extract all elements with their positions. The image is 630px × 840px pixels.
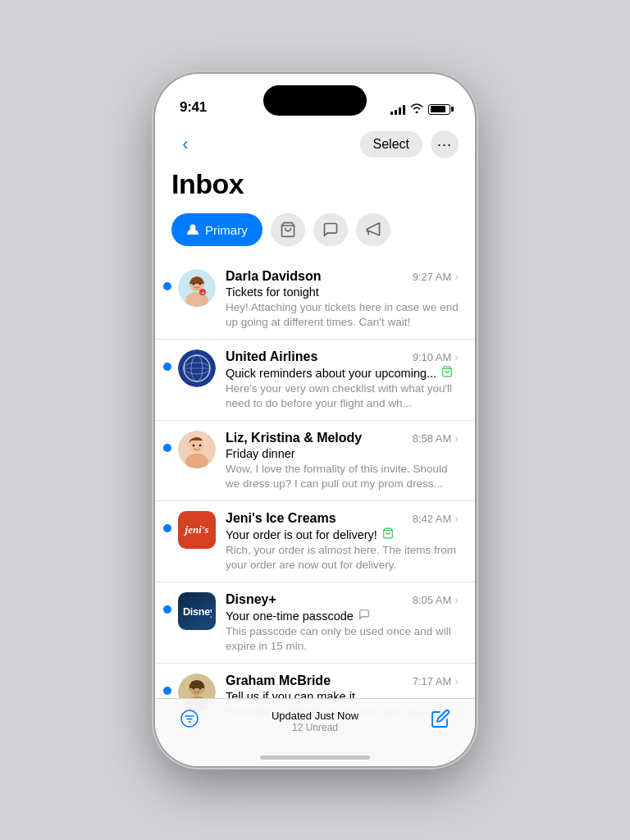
- tab-primary-label: Primary: [205, 223, 248, 237]
- email-subject: Your order is out for delivery!: [226, 527, 459, 541]
- battery-icon: [428, 104, 450, 115]
- chevron-icon: ›: [454, 431, 459, 445]
- svg-text:Disney+: Disney+: [183, 606, 212, 618]
- compose-icon: [431, 709, 450, 728]
- email-item-darla[interactable]: ♥ Darla Davidson 9:27 AM › Tickets for t…: [155, 259, 475, 340]
- chevron-icon: ›: [454, 270, 459, 283]
- email-list: ♥ Darla Davidson 9:27 AM › Tickets for t…: [155, 259, 475, 739]
- cart-badge-icon: [441, 366, 453, 380]
- disney-plus-logo: Disney+: [182, 603, 212, 619]
- phone-frame: 9:41 ‹ Sel: [155, 74, 475, 766]
- sender-name: Graham McBride: [226, 673, 331, 688]
- wifi-icon: [410, 103, 423, 116]
- email-item-jenis[interactable]: jeni's Jeni's Ice Creams 8:42 AM › Your …: [155, 501, 475, 582]
- tab-promotions[interactable]: [356, 213, 390, 246]
- sender-name: Liz, Kristina & Melody: [226, 431, 362, 445]
- signal-bars-icon: [390, 103, 405, 115]
- email-subject: Friday dinner: [226, 447, 459, 460]
- email-preview: Hey! Attaching your tickets here in case…: [226, 300, 459, 329]
- email-body-disney: Disney+ 8:05 AM › Your one-time passcode…: [226, 592, 459, 653]
- signal-bar-4: [403, 105, 405, 115]
- sender-name: Jeni's Ice Creams: [226, 511, 336, 526]
- avatar-united: [178, 349, 216, 387]
- signal-bar-1: [390, 112, 393, 115]
- email-header: Graham McBride 7:17 AM ›: [226, 673, 459, 688]
- toolbar-center: Updated Just Now 12 Unread: [272, 710, 358, 733]
- status-icons: [390, 103, 450, 116]
- email-time: 7:17 AM: [413, 675, 452, 687]
- email-subject: Your one-time passcode: [226, 609, 459, 623]
- inbox-title: Inbox: [155, 165, 475, 213]
- svg-point-7: [199, 283, 202, 285]
- email-subject: Tickets for tonight: [226, 285, 459, 299]
- tab-primary[interactable]: Primary: [171, 213, 262, 246]
- time-row: 8:58 AM ›: [413, 431, 459, 445]
- bottom-toolbar: Updated Just Now 12 Unread: [155, 698, 475, 766]
- chevron-icon: ›: [454, 512, 459, 525]
- email-preview: Wow, I love the formality of this invite…: [226, 462, 459, 491]
- unread-indicator: [163, 363, 171, 371]
- filter-button[interactable]: [180, 709, 199, 733]
- email-header: Liz, Kristina & Melody 8:58 AM ›: [226, 431, 459, 445]
- more-button[interactable]: ···: [431, 130, 459, 158]
- updated-text: Updated Just Now: [272, 710, 358, 722]
- time-row: 8:05 AM ›: [413, 593, 459, 606]
- email-time: 8:58 AM: [413, 432, 452, 445]
- category-tabs: Primary: [155, 213, 475, 259]
- svg-text:♥: ♥: [202, 290, 204, 295]
- status-time: 9:41: [180, 99, 207, 116]
- chevron-icon: ›: [454, 350, 459, 363]
- email-item-united[interactable]: United Airlines 9:10 AM › Quick reminder…: [155, 340, 475, 421]
- email-body-liz: Liz, Kristina & Melody 8:58 AM › Friday …: [226, 431, 459, 491]
- sender-name: Disney+: [226, 592, 276, 607]
- email-time: 8:05 AM: [413, 594, 452, 606]
- unread-indicator: [163, 605, 171, 614]
- email-item-liz[interactable]: Liz, Kristina & Melody 8:58 AM › Friday …: [155, 421, 475, 501]
- home-indicator: [260, 756, 370, 760]
- back-button[interactable]: ‹: [171, 130, 199, 158]
- email-subject: Quick reminders about your upcoming...: [226, 366, 459, 380]
- cart-badge-icon-2: [382, 527, 394, 541]
- email-preview: Rich, your order is almost here. The ite…: [226, 543, 459, 572]
- top-nav: ‹ Select ···: [155, 122, 475, 165]
- avatar-darla: ♥: [178, 269, 216, 307]
- sender-name: Darla Davidson: [226, 269, 321, 284]
- more-dots-icon: ···: [437, 137, 452, 152]
- unread-count-text: 12 Unread: [292, 722, 338, 733]
- time-row: 9:27 AM ›: [413, 270, 459, 283]
- email-time: 9:27 AM: [413, 271, 452, 283]
- email-header: Darla Davidson 9:27 AM ›: [226, 269, 459, 284]
- select-button[interactable]: Select: [360, 131, 422, 158]
- chevron-icon: ›: [454, 593, 459, 606]
- unread-indicator: [163, 687, 171, 695]
- avatar-disney: Disney+: [178, 592, 216, 630]
- svg-point-19: [193, 445, 195, 447]
- dynamic-island: [263, 85, 367, 116]
- email-preview: Here's your very own checklist with what…: [226, 381, 459, 410]
- shopping-cart-icon: [280, 221, 296, 238]
- avatar-jenis: jeni's: [178, 511, 216, 549]
- svg-point-20: [199, 445, 202, 447]
- tab-social[interactable]: [313, 213, 348, 246]
- email-body-jenis: Jeni's Ice Creams 8:42 AM › Your order i…: [226, 511, 459, 572]
- time-row: 7:17 AM ›: [413, 674, 459, 687]
- email-time: 8:42 AM: [413, 513, 452, 525]
- unread-indicator: [163, 282, 171, 290]
- nav-right: Select ···: [360, 130, 459, 158]
- person-icon: [186, 223, 199, 236]
- content-area: ‹ Select ··· Inbox Primary: [155, 122, 475, 766]
- chat-badge-icon: [358, 609, 370, 623]
- battery-fill: [431, 106, 446, 112]
- unread-indicator: [163, 524, 171, 532]
- time-row: 8:42 AM ›: [413, 512, 459, 525]
- svg-point-6: [193, 283, 195, 285]
- email-header: United Airlines 9:10 AM ›: [226, 349, 459, 364]
- tab-shopping[interactable]: [271, 213, 305, 246]
- chevron-icon: ›: [454, 674, 459, 687]
- email-item-disney[interactable]: Disney+ Disney+ 8:05 AM › Your one-time …: [155, 582, 475, 664]
- email-header: Jeni's Ice Creams 8:42 AM ›: [226, 511, 459, 526]
- avatar-liz: [178, 431, 216, 468]
- email-preview: This passcode can only be used once and …: [226, 624, 459, 653]
- compose-button[interactable]: [431, 709, 450, 733]
- time-row: 9:10 AM ›: [413, 350, 459, 363]
